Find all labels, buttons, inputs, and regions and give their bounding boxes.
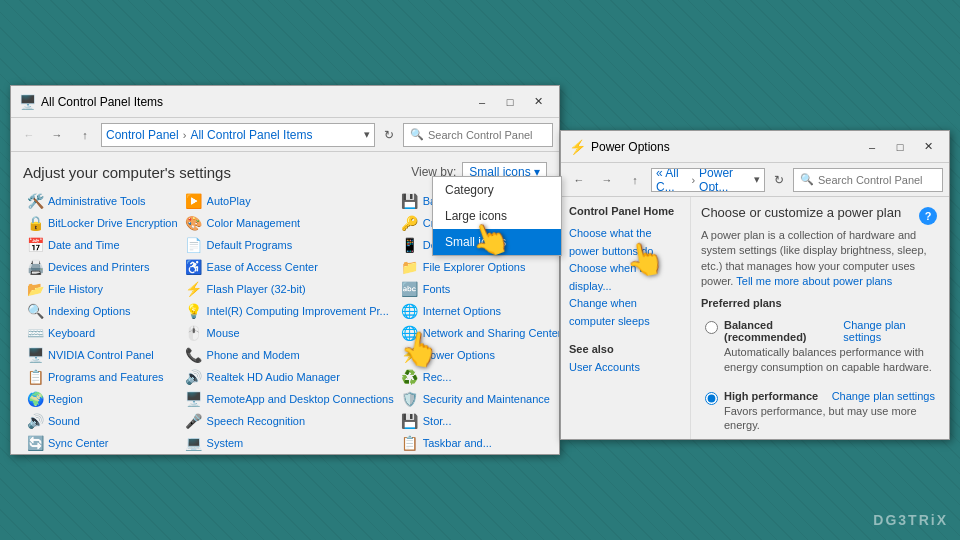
cp-search-input[interactable] xyxy=(428,129,546,141)
po-description: A power plan is a collection of hardware… xyxy=(701,228,939,290)
flash-icon: ⚡ xyxy=(186,281,202,297)
po-forward-button[interactable]: → xyxy=(595,168,619,192)
list-item[interactable]: 📂File History xyxy=(23,278,182,300)
list-item[interactable]: ⚡Power Options xyxy=(398,344,559,366)
list-item[interactable]: ▶️AutoPlay xyxy=(182,190,398,212)
list-item[interactable]: 🔍Indexing Options xyxy=(23,300,182,322)
list-item[interactable]: 📋Taskbar and... xyxy=(398,432,559,454)
cp-address-bar[interactable]: Control Panel › All Control Panel Items … xyxy=(101,123,375,147)
po-plan-balanced-change[interactable]: Change plan settings xyxy=(843,319,935,343)
cp-close-button[interactable]: ✕ xyxy=(525,92,551,112)
cp-search-bar[interactable]: 🔍 xyxy=(403,123,553,147)
cp-column-2: ▶️AutoPlay 🎨Color Management 📄Default Pr… xyxy=(182,190,398,454)
file-explorer-icon: 📁 xyxy=(402,259,418,275)
bitlocker-icon: 🔒 xyxy=(27,215,43,231)
list-item[interactable]: 💡Intel(R) Computing Improvement Pr... xyxy=(182,300,398,322)
list-item[interactable]: 💾Stor... xyxy=(398,410,559,432)
indexing-icon: 🔍 xyxy=(27,303,43,319)
po-plan-balanced-info: Balanced (recommended) Change plan setti… xyxy=(724,319,935,374)
po-search-bar[interactable]: 🔍 xyxy=(793,168,943,192)
cp-breadcrumb-control-panel[interactable]: Control Panel xyxy=(106,128,179,142)
list-item[interactable]: 📄Default Programs xyxy=(182,234,398,256)
po-plan-hp-info: High performance Change plan settings Fa… xyxy=(724,390,935,433)
sound-icon: 🔊 xyxy=(27,413,43,429)
rec-icon: ♻️ xyxy=(402,369,418,385)
po-address-bar[interactable]: « All C... › Power Opt... ▾ xyxy=(651,168,765,192)
po-maximize-button[interactable]: □ xyxy=(887,137,913,157)
list-item[interactable]: 🔊Sound xyxy=(23,410,182,432)
list-item[interactable]: 🖥️NVIDIA Control Panel xyxy=(23,344,182,366)
po-nav-bar: ← → ↑ « All C... › Power Opt... ▾ ↻ 🔍 xyxy=(561,163,949,197)
po-radio-balanced[interactable] xyxy=(705,321,718,334)
po-close-button[interactable]: ✕ xyxy=(915,137,941,157)
list-item[interactable]: 📅Date and Time xyxy=(23,234,182,256)
cp-refresh-button[interactable]: ↻ xyxy=(379,125,399,145)
list-item[interactable]: 🎤Speech Recognition xyxy=(182,410,398,432)
ease-icon: ♿ xyxy=(186,259,202,275)
list-item[interactable]: 🎨Color Management xyxy=(182,212,398,234)
po-tell-more-link[interactable]: Tell me more about power plans xyxy=(736,275,892,287)
dropdown-item-category[interactable]: Category xyxy=(433,177,561,203)
po-main: Choose or customize a power plan ? A pow… xyxy=(691,197,949,439)
list-item[interactable]: ♻️Rec... xyxy=(398,366,559,388)
cp-up-button[interactable]: ↑ xyxy=(73,123,97,147)
nvidia-icon: 🖥️ xyxy=(27,347,43,363)
list-item[interactable]: 🌐Internet Options xyxy=(398,300,559,322)
list-item[interactable]: 🛠️Administrative Tools xyxy=(23,190,182,212)
programs-icon: 📋 xyxy=(27,369,43,385)
po-sidebar-link-display[interactable]: Choose when to display... xyxy=(569,260,682,295)
cp-maximize-button[interactable]: □ xyxy=(497,92,523,112)
view-dropdown-menu: Category Large icons Small icons xyxy=(432,176,562,256)
po-sidebar-link-buttons[interactable]: Choose what the power buttons do xyxy=(569,225,682,260)
po-user-accounts-link[interactable]: User Accounts xyxy=(569,359,682,377)
po-content: Control Panel Home Choose what the power… xyxy=(561,197,949,439)
dropdown-item-small-icons[interactable]: Small icons xyxy=(433,229,561,255)
list-item[interactable]: ♿Ease of Access Center xyxy=(182,256,398,278)
dropdown-item-large-icons[interactable]: Large icons xyxy=(433,203,561,229)
list-item[interactable]: 🌍Region xyxy=(23,388,182,410)
list-item[interactable]: 🖥️RemoteApp and Desktop Connections xyxy=(182,388,398,410)
po-up-button[interactable]: ↑ xyxy=(623,168,647,192)
po-minimize-button[interactable]: – xyxy=(859,137,885,157)
cp-breadcrumb-all-items[interactable]: All Control Panel Items xyxy=(190,128,312,142)
list-item[interactable]: 📁File Explorer Options xyxy=(398,256,559,278)
po-window-icon: ⚡ xyxy=(569,139,585,155)
po-refresh-button[interactable]: ↻ xyxy=(769,170,789,190)
devices-icon: 🖨️ xyxy=(27,259,43,275)
po-plan-high-performance: High performance Change plan settings Fa… xyxy=(701,386,939,437)
po-plan-balanced: Balanced (recommended) Change plan setti… xyxy=(701,315,939,378)
list-item[interactable]: ⚡Flash Player (32-bit) xyxy=(182,278,398,300)
list-item[interactable]: 📞Phone and Modem xyxy=(182,344,398,366)
po-address-dropdown-icon[interactable]: ▾ xyxy=(754,173,760,186)
list-item[interactable]: 🖨️Devices and Printers xyxy=(23,256,182,278)
realtek-icon: 🔊 xyxy=(186,369,202,385)
list-item[interactable]: 📋Programs and Features xyxy=(23,366,182,388)
list-item[interactable]: 💻System xyxy=(182,432,398,454)
po-plan-hp-desc: Favors performance, but may use more ene… xyxy=(724,404,935,433)
po-window-title: Power Options xyxy=(591,140,859,154)
help-button[interactable]: ? xyxy=(919,207,937,225)
po-window-controls: – □ ✕ xyxy=(859,137,941,157)
list-item[interactable]: 🌐Network and Sharing Center xyxy=(398,322,559,344)
po-sidebar-link-sleep[interactable]: Change when computer sleeps xyxy=(569,295,682,330)
cp-column-1: 🛠️Administrative Tools 🔒BitLocker Drive … xyxy=(23,190,182,454)
po-back-button[interactable]: ← xyxy=(567,168,591,192)
list-item[interactable]: 🔒BitLocker Drive Encryption xyxy=(23,212,182,234)
po-radio-high-performance[interactable] xyxy=(705,392,718,405)
file-history-icon: 📂 xyxy=(27,281,43,297)
po-breadcrumb-1[interactable]: « All C... xyxy=(656,168,687,192)
watermark: DG3TRiX xyxy=(873,512,948,528)
list-item[interactable]: ⌨️Keyboard xyxy=(23,322,182,344)
po-plan-hp-change[interactable]: Change plan settings xyxy=(832,390,935,402)
list-item[interactable]: 🔄Sync Center xyxy=(23,432,182,454)
list-item[interactable]: 🔊Realtek HD Audio Manager xyxy=(182,366,398,388)
list-item[interactable]: 🛡️Security and Maintenance xyxy=(398,388,559,410)
list-item[interactable]: 🔤Fonts xyxy=(398,278,559,300)
cp-address-dropdown-icon[interactable]: ▾ xyxy=(364,128,370,141)
cp-forward-button[interactable]: → xyxy=(45,123,69,147)
cp-back-button[interactable]: ← xyxy=(17,123,41,147)
po-search-input[interactable] xyxy=(818,174,936,186)
list-item[interactable]: 🖱️Mouse xyxy=(182,322,398,344)
po-breadcrumb-2[interactable]: Power Opt... xyxy=(699,168,746,192)
cp-minimize-button[interactable]: – xyxy=(469,92,495,112)
